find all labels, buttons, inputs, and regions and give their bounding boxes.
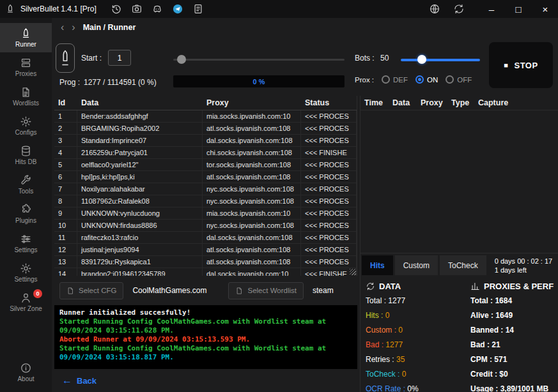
slider-knob[interactable] <box>417 55 426 64</box>
stat-row: Retries : 35 <box>366 352 454 367</box>
session-time: 0 days 00 : 02 : 17 <box>495 257 553 266</box>
select-wordlist-button[interactable]: Select Wordlist <box>228 282 303 299</box>
history-icon[interactable] <box>111 3 122 15</box>
console-line: Runner initialized succesfully! <box>59 308 352 317</box>
sidebar-item-about[interactable]: About <box>0 358 52 387</box>
table-row[interactable]: 811087962u:Rafalek08nyc.socks.ipvanish.c… <box>54 195 357 207</box>
table-row[interactable]: 7Noxilyan:alahakabarnyc.socks.ipvanish.c… <box>54 183 357 195</box>
bots-slider[interactable] <box>401 55 480 64</box>
table-cell: <<< PROCES <box>301 110 357 122</box>
globe-icon[interactable] <box>429 3 440 15</box>
console-line: Aborted Runner at 09/09/2024 03:15:13.59… <box>59 335 352 344</box>
radio-icon <box>446 75 454 84</box>
wrench-icon <box>20 174 32 186</box>
minimize-button[interactable]: – <box>486 4 497 14</box>
stat-row: Total : 1684 <box>470 294 558 308</box>
back-chevron-icon[interactable]: ‹ <box>57 22 68 33</box>
progress-bar: 0 % <box>173 75 345 87</box>
table-cell: 8 <box>54 195 77 207</box>
slider-knob[interactable] <box>177 55 186 64</box>
sidebar-item-settings-1[interactable]: Settings <box>0 229 52 258</box>
table-cell: 3 <box>54 135 77 146</box>
radio-proxy-on[interactable]: ON <box>415 75 438 84</box>
gear-icon <box>20 116 32 128</box>
tab-tocheck[interactable]: ToCheck <box>440 255 486 275</box>
table-row[interactable]: 11rafiteczko13:rafciodal.socks.ipvanish.… <box>54 232 357 244</box>
sidebar-item-proxies[interactable]: Proxies <box>0 52 52 82</box>
table-row[interactable]: 6hpl]ps,ki:hpl]ps,kiatl.socks.ipvanish.c… <box>54 171 357 183</box>
radio-proxy-def[interactable]: DEF <box>382 75 408 84</box>
proxy-mode-group: Prox : DEF ON OFF <box>355 75 472 84</box>
sidebar-item-tools[interactable]: Tools <box>0 170 52 199</box>
radio-label: ON <box>427 76 438 84</box>
table-row[interactable]: 14brandon2:i0194612345789dal.socks.ipvan… <box>54 268 357 276</box>
table-cell: dal.socks.ipvanish.com:10 <box>203 268 301 276</box>
table-cell: <<< FINISHE <box>301 147 357 158</box>
column-header: Time <box>360 98 389 107</box>
stop-button[interactable]: ■ STOP <box>489 42 553 88</box>
sidebar-item-hits-db[interactable]: Hits DB <box>0 140 52 170</box>
table-row[interactable]: 3Standard:Imprince07dal.socks.ipvanish.c… <box>54 135 357 147</box>
discord-icon[interactable] <box>151 3 163 15</box>
sidebar-item-runner[interactable]: Runner <box>0 23 52 52</box>
table-row[interactable]: 42165259u:Patrycja01chi.socks.ipvanish.c… <box>54 147 357 159</box>
sidebar-item-plugins[interactable]: Plugins <box>0 199 52 229</box>
start-slider[interactable] <box>173 55 345 64</box>
file-icon <box>66 287 75 295</box>
column-header: Proxy <box>203 98 301 107</box>
back-label: Back <box>77 376 97 386</box>
sidebar-item-silver-zone[interactable]: 0 Silver Zone <box>0 287 52 317</box>
select-cfg-button[interactable]: Select CFG <box>59 282 123 299</box>
table-cell: 10 <box>54 220 77 231</box>
table-row[interactable]: 10UNKNOWN:firdaus8886nyc.socks.ipvanish.… <box>54 220 357 232</box>
start-input[interactable]: 1 <box>108 50 131 66</box>
radio-proxy-off[interactable]: OFF <box>446 75 472 84</box>
sidebar-item-wordlists[interactable]: Wordlists <box>0 82 52 111</box>
sidebar-item-settings-2[interactable]: Settings <box>0 258 52 287</box>
tab-custom[interactable]: Custom <box>395 255 438 275</box>
info-icon <box>20 362 32 374</box>
table-cell: chi.socks.ipvanish.com:108 <box>203 147 301 158</box>
table-cell: 8391729u:Ryskapica1 <box>77 256 203 268</box>
notes-icon[interactable] <box>192 3 204 15</box>
table-row[interactable]: 9UNKNOWN:vynlucduongmia.socks.ipvanish.c… <box>54 207 357 220</box>
gear-icon <box>20 262 32 275</box>
table-row[interactable]: 5oelflaco0:yariel12"tor.socks.ipvanish.c… <box>54 159 357 171</box>
results-table-header: Id Data Proxy Status <box>54 96 357 110</box>
table-cell: 14 <box>54 268 77 276</box>
table-cell: 6 <box>54 171 77 183</box>
sliders-icon <box>20 233 32 245</box>
sidebar-item-configs[interactable]: Configs <box>0 111 52 140</box>
sync-icon[interactable] <box>453 3 465 15</box>
bullet-tool-button[interactable] <box>56 43 75 73</box>
table-cell: 2165259u:Patrycja01 <box>77 147 203 158</box>
table-cell: mia.socks.ipvanish.com:10 <box>203 110 301 122</box>
column-header: Type <box>447 98 474 107</box>
server-icon <box>20 57 32 69</box>
stat-row: OCR Rate : 0% <box>366 382 454 392</box>
table-cell: 13 <box>54 256 77 268</box>
table-cell: <<< PROCES <box>301 244 357 255</box>
back-arrow-icon: ← <box>62 375 72 386</box>
column-header: Data <box>77 98 203 107</box>
telegram-icon[interactable] <box>172 3 183 15</box>
table-row[interactable]: 1Bender:asddsafghhgfmia.socks.ipvanish.c… <box>54 110 357 123</box>
table-row[interactable]: 138391729u:Ryskapica1atl.socks.ipvanish.… <box>54 256 357 268</box>
back-button[interactable]: ← Back <box>54 369 357 392</box>
close-button[interactable]: × <box>540 4 550 14</box>
stats-panel: DATA Total : 1277Hits : 0Custom : 0Bad :… <box>360 275 558 392</box>
table-row[interactable]: 2BRGAMING:Ropiha2002atl.socks.ipvanish.c… <box>54 123 357 135</box>
table-row[interactable]: 12justinal:jenjus9094atl.socks.ipvanish.… <box>54 244 357 256</box>
table-cell: <<< PROCES <box>301 135 357 146</box>
tab-hits[interactable]: Hits <box>362 255 393 275</box>
start-label: Start : <box>81 54 102 63</box>
maximize-button[interactable]: □ <box>513 4 523 14</box>
table-cell: <<< PROCES <box>301 171 357 183</box>
table-cell: 9 <box>54 207 77 219</box>
table-cell: <<< PROCES <box>301 123 357 134</box>
table-cell: <<< PROCES <box>301 183 357 195</box>
resize-grip[interactable] <box>350 269 356 275</box>
radio-label: DEF <box>393 76 408 84</box>
capture-icon[interactable] <box>131 3 143 15</box>
forward-chevron-icon[interactable]: › <box>68 22 79 33</box>
